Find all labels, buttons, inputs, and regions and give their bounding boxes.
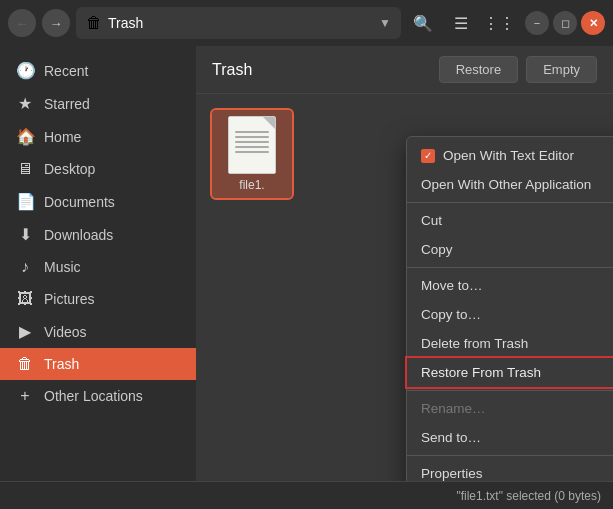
ctx-item-left-properties: Properties xyxy=(421,466,483,481)
ctx-move-to[interactable]: Move to… xyxy=(407,271,613,300)
sidebar: 🕐 Recent ★ Starred 🏠 Home 🖥 Desktop 📄 Do… xyxy=(0,46,196,481)
file-line-2 xyxy=(235,136,269,138)
ctx-send-to[interactable]: Send to… xyxy=(407,423,613,452)
ctx-item-left-copy-to: Copy to… xyxy=(421,307,481,322)
ctx-label-other-app: Open With Other Application xyxy=(421,177,591,192)
sidebar-item-label-other: Other Locations xyxy=(44,388,143,404)
sidebar-item-downloads[interactable]: ⬇ Downloads xyxy=(0,218,196,251)
status-bar: "file1.txt" selected (0 bytes) xyxy=(0,481,613,509)
header-buttons: Restore Empty xyxy=(439,56,597,83)
other-locations-icon: + xyxy=(16,387,34,405)
view-list-button[interactable]: ☰ xyxy=(445,7,477,39)
file-line-5 xyxy=(235,151,269,153)
ctx-item-left-move: Move to… xyxy=(421,278,483,293)
sidebar-item-documents[interactable]: 📄 Documents xyxy=(0,185,196,218)
sidebar-item-label-starred: Starred xyxy=(44,96,90,112)
file-line-3 xyxy=(235,141,269,143)
ctx-open-other-app[interactable]: Open With Other Application xyxy=(407,170,613,199)
sidebar-item-label-recent: Recent xyxy=(44,63,88,79)
ctx-label-cut: Cut xyxy=(421,213,442,228)
file-icon xyxy=(228,116,276,174)
ctx-restore-trash[interactable]: Restore From Trash xyxy=(407,358,613,387)
ctx-label-restore-trash: Restore From Trash xyxy=(421,365,541,380)
location-dropdown-icon[interactable]: ▼ xyxy=(379,16,391,30)
sidebar-item-music[interactable]: ♪ Music xyxy=(0,251,196,283)
file-item[interactable]: file1. xyxy=(212,110,292,198)
close-button[interactable]: ✕ xyxy=(581,11,605,35)
file-name: file1. xyxy=(239,178,264,192)
sidebar-item-label-desktop: Desktop xyxy=(44,161,95,177)
back-button[interactable]: ← xyxy=(8,9,36,37)
ctx-checkbox-open-editor: ✓ xyxy=(421,149,435,163)
ctx-cut[interactable]: Cut Ctrl+X xyxy=(407,206,613,235)
ctx-label-send-to: Send to… xyxy=(421,430,481,445)
sidebar-item-home[interactable]: 🏠 Home xyxy=(0,120,196,153)
ctx-separator-4 xyxy=(407,455,613,456)
ctx-label-delete-trash: Delete from Trash xyxy=(421,336,528,351)
desktop-icon: 🖥 xyxy=(16,160,34,178)
sidebar-item-other-locations[interactable]: + Other Locations xyxy=(0,380,196,412)
ctx-item-left-send: Send to… xyxy=(421,430,481,445)
search-button[interactable]: 🔍 xyxy=(407,7,439,39)
sidebar-item-trash[interactable]: 🗑 Trash xyxy=(0,348,196,380)
ctx-item-left-cut: Cut xyxy=(421,213,442,228)
ctx-label-move-to: Move to… xyxy=(421,278,483,293)
ctx-rename: Rename… F2 xyxy=(407,394,613,423)
ctx-label-copy: Copy xyxy=(421,242,453,257)
sidebar-item-label-downloads: Downloads xyxy=(44,227,113,243)
ctx-label-rename: Rename… xyxy=(421,401,486,416)
ctx-open-text-editor[interactable]: ✓ Open With Text Editor Return xyxy=(407,141,613,170)
ctx-separator-3 xyxy=(407,390,613,391)
sidebar-item-label-pictures: Pictures xyxy=(44,291,95,307)
ctx-item-left-rename: Rename… xyxy=(421,401,486,416)
ctx-item-left-delete: Delete from Trash xyxy=(421,336,528,351)
ctx-item-left-copy: Copy xyxy=(421,242,453,257)
ctx-label-properties: Properties xyxy=(421,466,483,481)
forward-button[interactable]: → xyxy=(42,9,70,37)
sidebar-item-pictures[interactable]: 🖼 Pictures xyxy=(0,283,196,315)
sidebar-item-starred[interactable]: ★ Starred xyxy=(0,87,196,120)
sidebar-item-label-videos: Videos xyxy=(44,324,87,340)
ctx-properties[interactable]: Properties Ctrl+I xyxy=(407,459,613,481)
main-layout: 🕐 Recent ★ Starred 🏠 Home 🖥 Desktop 📄 Do… xyxy=(0,46,613,481)
home-icon: 🏠 xyxy=(16,127,34,146)
sidebar-item-label-music: Music xyxy=(44,259,81,275)
ctx-label-open-editor: Open With Text Editor xyxy=(443,148,574,163)
location-icon: 🗑 xyxy=(86,14,102,32)
sidebar-item-recent[interactable]: 🕐 Recent xyxy=(0,54,196,87)
sidebar-item-label-trash: Trash xyxy=(44,356,79,372)
ctx-delete-trash[interactable]: Delete from Trash Delete xyxy=(407,329,613,358)
sidebar-item-videos[interactable]: ▶ Videos xyxy=(0,315,196,348)
downloads-icon: ⬇ xyxy=(16,225,34,244)
videos-icon: ▶ xyxy=(16,322,34,341)
minimize-button[interactable]: − xyxy=(525,11,549,35)
status-text: "file1.txt" selected (0 bytes) xyxy=(456,489,601,503)
content-area: Trash Restore Empty file1. xyxy=(196,46,613,481)
view-options-button[interactable]: ⋮⋮ xyxy=(483,7,515,39)
ctx-item-left-restore: Restore From Trash xyxy=(421,365,541,380)
trash-icon: 🗑 xyxy=(16,355,34,373)
empty-button[interactable]: Empty xyxy=(526,56,597,83)
ctx-separator-2 xyxy=(407,267,613,268)
location-bar: 🗑 Trash ▼ xyxy=(76,7,401,39)
context-menu: ✓ Open With Text Editor Return Open With… xyxy=(406,136,613,481)
documents-icon: 📄 xyxy=(16,192,34,211)
sidebar-item-desktop[interactable]: 🖥 Desktop xyxy=(0,153,196,185)
pictures-icon: 🖼 xyxy=(16,290,34,308)
recent-icon: 🕐 xyxy=(16,61,34,80)
ctx-separator-1 xyxy=(407,202,613,203)
window-controls: − ◻ ✕ xyxy=(525,11,605,35)
maximize-button[interactable]: ◻ xyxy=(553,11,577,35)
content-title: Trash xyxy=(212,61,252,79)
ctx-item-left-other-app: Open With Other Application xyxy=(421,177,591,192)
ctx-copy[interactable]: Copy Ctrl+C xyxy=(407,235,613,264)
restore-button[interactable]: Restore xyxy=(439,56,519,83)
sidebar-item-label-documents: Documents xyxy=(44,194,115,210)
file-line-1 xyxy=(235,131,269,133)
ctx-copy-to[interactable]: Copy to… xyxy=(407,300,613,329)
content-header: Trash Restore Empty xyxy=(196,46,613,94)
location-label: Trash xyxy=(108,15,373,31)
title-bar: ← → 🗑 Trash ▼ 🔍 ☰ ⋮⋮ − ◻ ✕ xyxy=(0,0,613,46)
starred-icon: ★ xyxy=(16,94,34,113)
music-icon: ♪ xyxy=(16,258,34,276)
